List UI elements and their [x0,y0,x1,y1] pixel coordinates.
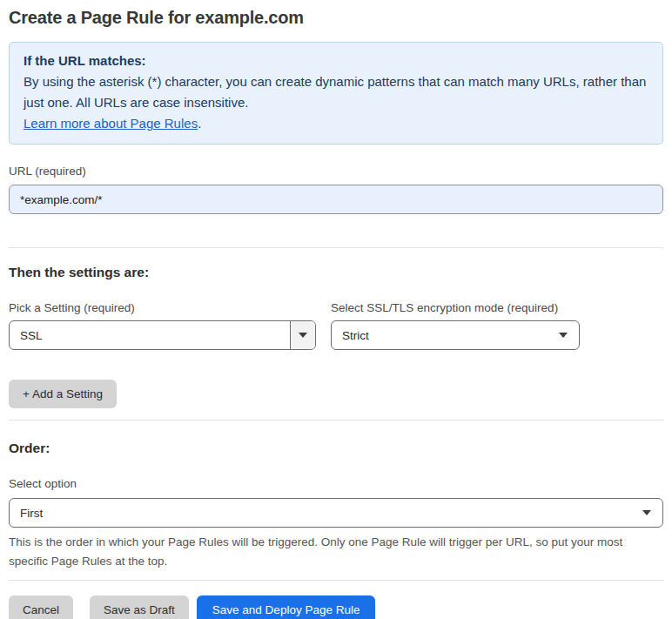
ssl-mode-field: Select SSL/TLS encryption mode (required… [331,301,580,350]
pick-setting-field: Pick a Setting (required) SSL [9,301,316,350]
url-input[interactable] [9,185,663,214]
add-setting-button[interactable]: + Add a Setting [9,380,117,408]
divider [9,247,663,248]
footer-actions: Cancel Save as Draft Save and Deploy Pag… [9,595,663,619]
chevron-down-icon [642,510,662,515]
save-draft-button[interactable]: Save as Draft [90,595,189,619]
page-title: Create a Page Rule for example.com [9,7,663,28]
order-select[interactable]: First [9,498,663,528]
info-box-link-line: Learn more about Page Rules. [24,113,648,134]
url-label: URL (required) [9,165,663,178]
order-help-text: This is the order in which your Page Rul… [9,533,663,571]
pick-setting-selected-value: SSL [10,329,290,342]
save-deploy-button[interactable]: Save and Deploy Page Rule [197,595,376,619]
learn-more-link[interactable]: Learn more about Page Rules [24,116,198,131]
settings-selects-row: Pick a Setting (required) SSL Select SSL… [9,301,663,350]
link-suffix-period: . [198,116,201,131]
ssl-mode-selected-value: Strict [332,329,559,342]
pick-setting-label: Pick a Setting (required) [9,301,316,315]
order-select-label: Select option [9,477,663,491]
order-selected-value: First [10,507,642,520]
chevron-down-icon [290,321,315,349]
create-page-rule-page: Create a Page Rule for example.com If th… [0,7,672,619]
info-box-body: By using the asterisk (*) character, you… [24,71,648,113]
url-match-info-box: If the URL matches: By using the asteris… [9,42,663,145]
chevron-down-icon [559,333,579,338]
settings-section-heading: Then the settings are: [9,265,663,280]
info-box-heading: If the URL matches: [24,50,648,71]
order-section-heading: Order: [9,441,663,456]
pick-setting-select[interactable]: SSL [9,320,316,350]
ssl-mode-select[interactable]: Strict [331,320,580,350]
divider [9,580,663,581]
cancel-button[interactable]: Cancel [9,595,73,619]
divider [9,420,663,421]
ssl-mode-label: Select SSL/TLS encryption mode (required… [331,301,580,315]
